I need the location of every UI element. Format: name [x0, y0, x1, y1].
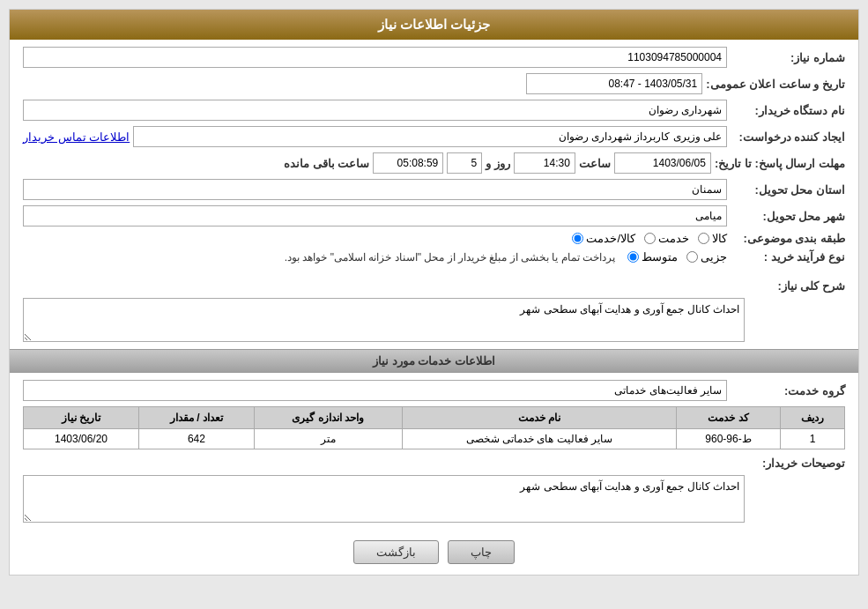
page-header: جزئیات اطلاعات نیاز	[10, 10, 858, 40]
deadline-date-input[interactable]	[614, 152, 711, 174]
category-kala-khadamat-item: کالا/خدمت	[572, 232, 635, 245]
buyer-org-label: نام دستگاه خریدار:	[731, 104, 845, 117]
process-jazee-item: جزیی	[686, 250, 727, 264]
process-radio-group: جزیی متوسط	[627, 250, 727, 264]
contact-link[interactable]: اطلاعات تماس خریدار	[23, 130, 130, 144]
main-form: شماره نیاز: تاریخ و ساعت اعلان عمومی: نا…	[10, 40, 858, 276]
back-button[interactable]: بازگشت	[353, 540, 439, 564]
process-motavaset-item: متوسط	[627, 250, 678, 264]
category-radio-group: کالا خدمت کالا/خدمت	[572, 232, 727, 245]
page-container: 🛡 جزئیات اطلاعات نیاز شماره نیاز: تاریخ …	[9, 9, 859, 576]
deadline-row: مهلت ارسال پاسخ: تا تاریخ: ساعت روز و سا…	[23, 152, 845, 174]
province-row: استان محل تحویل:	[23, 179, 845, 200]
category-khadamat-radio[interactable]	[644, 233, 656, 244]
process-note: پرداخت تمام یا بخشی از مبلغ خریدار از مح…	[285, 251, 615, 264]
print-button[interactable]: چاپ	[448, 540, 515, 564]
deadline-label: مهلت ارسال پاسخ: تا تاریخ:	[715, 157, 845, 170]
buyer-desc-row: توصیحات خریدار:	[23, 457, 845, 470]
description-textarea[interactable]: احداث کانال جمع آوری و هدایت آبهای سطحی …	[23, 298, 745, 342]
service-group-row: گروه خدمت:	[23, 380, 845, 401]
buyer-desc-input-row: احداث کانال جمع آوری و هدایت آبهای سطحی …	[23, 475, 845, 523]
service-group-label: گروه خدمت:	[731, 384, 845, 397]
deadline-day-label: روز و	[486, 157, 510, 170]
need-number-label: شماره نیاز:	[731, 51, 845, 64]
cell-row-num: 1	[780, 429, 844, 449]
datetime-row: تاریخ و ساعت اعلان عمومی:	[23, 73, 845, 94]
category-khadamat-item: خدمت	[644, 232, 689, 245]
datetime-label: تاریخ و ساعت اعلان عمومی:	[706, 78, 845, 91]
description-section: شرح کلی نیاز: احداث کانال جمع آوری و هدا…	[10, 276, 858, 349]
category-kala-item: کالا	[698, 232, 727, 245]
creator-row: ایجاد کننده درخواست: اطلاعات تماس خریدار	[23, 126, 845, 147]
description-input-row: احداث کانال جمع آوری و هدایت آبهای سطحی …	[23, 298, 845, 342]
cell-unit: متر	[254, 429, 402, 449]
cell-need-date: 1403/06/20	[24, 429, 139, 449]
th-row-num: ردیف	[780, 407, 844, 429]
process-label: نوع فرآیند خرید :	[731, 250, 845, 264]
deadline-time-label: ساعت	[579, 157, 611, 170]
buyer-org-row: نام دستگاه خریدار:	[23, 100, 845, 121]
category-kala-radio[interactable]	[698, 233, 709, 244]
service-section-title: اطلاعات خدمات مورد نیاز	[10, 349, 858, 373]
deadline-remaining-label: ساعت باقی مانده	[284, 157, 369, 170]
process-jazee-label: جزیی	[701, 250, 727, 264]
category-row: طبقه بندی موضوعی: کالا خدمت کالا/خدمت	[23, 232, 845, 245]
category-kala-khadamat-radio[interactable]	[572, 233, 583, 244]
header-title: جزئیات اطلاعات نیاز	[378, 17, 490, 32]
city-row: شهر محل تحویل:	[23, 205, 845, 227]
category-label: طبقه بندی موضوعی:	[731, 232, 845, 245]
th-need-date: تاریخ نیاز	[24, 407, 139, 429]
process-jazee-radio[interactable]	[686, 251, 698, 263]
category-khadamat-label: خدمت	[658, 232, 689, 245]
deadline-days-input[interactable]	[447, 152, 482, 174]
th-unit: واحد اندازه گیری	[254, 407, 402, 429]
service-section: گروه خدمت: ردیف کد خدمت نام خدمت واحد ان…	[10, 373, 858, 530]
th-service-name: نام خدمت	[402, 407, 677, 429]
cell-service-code: ط-96-960	[677, 429, 781, 449]
description-label: شرح کلی نیاز:	[748, 279, 845, 293]
buyer-desc-label: توصیحات خریدار:	[748, 457, 845, 470]
city-label: شهر محل تحویل:	[731, 210, 845, 223]
city-input[interactable]	[23, 205, 727, 227]
process-motavaset-label: متوسط	[642, 250, 678, 264]
province-label: استان محل تحویل:	[731, 183, 845, 197]
button-group: چاپ بازگشت	[10, 530, 858, 575]
description-label-row: شرح کلی نیاز:	[23, 279, 845, 293]
province-input[interactable]	[23, 179, 727, 200]
cell-service-name: سایر فعالیت های خدماتی شخصی	[402, 429, 677, 449]
th-service-code: کد خدمت	[677, 407, 781, 429]
service-group-input[interactable]	[23, 380, 727, 401]
th-quantity: تعداد / مقدار	[138, 407, 254, 429]
table-row: 1 ط-96-960 سایر فعالیت های خدماتی شخصی م…	[24, 429, 845, 449]
category-kala-khadamat-label: کالا/خدمت	[586, 232, 635, 245]
deadline-time-input[interactable]	[514, 152, 575, 174]
need-number-input[interactable]	[23, 47, 727, 68]
service-table: ردیف کد خدمت نام خدمت واحد اندازه گیری ت…	[23, 406, 845, 449]
need-number-row: شماره نیاز:	[23, 47, 845, 68]
deadline-remaining-input[interactable]	[373, 152, 443, 174]
creator-label: ایجاد کننده درخواست:	[731, 130, 845, 144]
process-motavaset-radio[interactable]	[627, 251, 639, 263]
datetime-input[interactable]	[526, 73, 702, 94]
buyer-org-input[interactable]	[23, 100, 727, 121]
table-header-row: ردیف کد خدمت نام خدمت واحد اندازه گیری ت…	[24, 407, 845, 429]
process-row: نوع فرآیند خرید : جزیی متوسط پرداخت تمام…	[23, 250, 845, 264]
buyer-desc-textarea[interactable]: احداث کانال جمع آوری و هدایت آبهای سطحی …	[23, 475, 745, 523]
cell-quantity: 642	[138, 429, 254, 449]
category-kala-label: کالا	[712, 232, 727, 245]
creator-input[interactable]	[133, 126, 727, 147]
